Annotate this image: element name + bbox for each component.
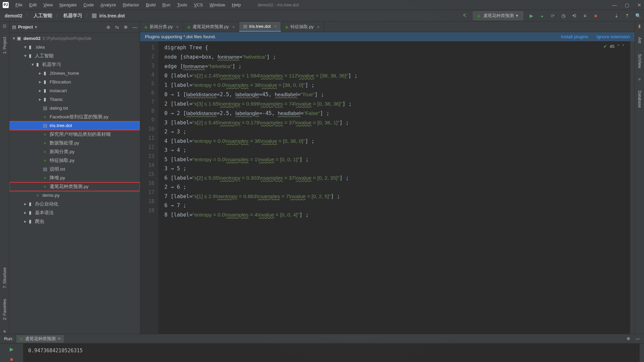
breadcrumb-item[interactable]: demo02 bbox=[3, 13, 24, 18]
menu-refactor[interactable]: Refactor bbox=[119, 2, 143, 7]
menu-edit[interactable]: Edit bbox=[26, 2, 40, 7]
run-scrollbar[interactable] bbox=[639, 344, 644, 362]
breadcrumb-item[interactable]: iris.tree.dot bbox=[98, 13, 126, 18]
tool-tab-ant[interactable]: Ant bbox=[637, 35, 642, 45]
tree-node[interactable]: ▾▮人工智能 bbox=[9, 52, 140, 60]
gear-icon[interactable]: ✻ bbox=[627, 336, 630, 341]
tree-node[interactable]: 鸢尾花种类预测.py bbox=[9, 182, 140, 191]
tree-node[interactable]: ▤iris.tree.dot bbox=[9, 121, 140, 130]
run-label: Run: bbox=[4, 336, 13, 341]
project-tab-icon[interactable]: ▤ bbox=[3, 23, 6, 28]
tree-node[interactable]: ▸▮instacart bbox=[9, 86, 140, 95]
app-logo-icon: PJ bbox=[3, 2, 9, 8]
tree-node[interactable]: ▸▮基本语法 bbox=[9, 208, 140, 217]
tool-tab-project[interactable]: 1: Project bbox=[2, 35, 7, 56]
line-gutter[interactable]: 12345678910111213141516171819 bbox=[140, 41, 158, 334]
code-editor[interactable]: digraph Tree { node [shape=box, fontname… bbox=[158, 41, 630, 334]
build-hammer-icon[interactable]: ↸ bbox=[462, 13, 468, 18]
tree-root[interactable]: ▾ ▣ demo02 E:\Python\pythonProject\de bbox=[9, 34, 140, 43]
tree-node[interactable]: ▤dating.txt bbox=[9, 104, 140, 113]
tree-node[interactable]: 新闻分类.py bbox=[9, 147, 140, 156]
vcs-commit-icon[interactable]: ⇡ bbox=[625, 13, 630, 18]
tool-tab-structure[interactable]: 7: Structure bbox=[2, 265, 7, 290]
stop-button-icon[interactable]: ■ bbox=[593, 13, 598, 18]
tree-node[interactable]: ▸▮Titanic bbox=[9, 95, 140, 104]
install-plugins-link[interactable]: Install plugins bbox=[561, 34, 588, 39]
maximize-icon[interactable]: ▢ bbox=[625, 2, 629, 8]
coverage-icon[interactable]: ⟳ bbox=[550, 13, 555, 18]
project-panel: ▤ Project ▾ ⊕ ⇆ ✻ — ▾ ▣ demo02 E:\Python… bbox=[9, 21, 140, 334]
menu-help[interactable]: Help bbox=[228, 2, 244, 7]
run-tab[interactable]: ◆ 鸢尾花种类预测 × bbox=[16, 335, 64, 343]
folder-icon: ▤ bbox=[12, 24, 16, 29]
star-icon[interactable]: ★ bbox=[3, 329, 7, 334]
chevron-down-icon[interactable]: ˅ bbox=[622, 44, 625, 49]
editor-tab[interactable]: ◆特征抽取.py× bbox=[281, 22, 324, 32]
ant-icon[interactable]: ▮ bbox=[638, 23, 641, 28]
editor-tab[interactable]: ◆鸢尾花种类预测.py× bbox=[183, 22, 239, 32]
tree-node[interactable]: ▸▮FBlocation bbox=[9, 78, 140, 86]
ignore-extension-link[interactable]: Ignore extension bbox=[596, 34, 630, 39]
run-config-selector[interactable]: ◆ 鸢尾花种类预测 ▾ bbox=[473, 11, 523, 20]
tool-tab-favorites[interactable]: 2: Favorites bbox=[2, 297, 7, 322]
close-icon[interactable]: × bbox=[274, 24, 277, 29]
breadcrumb-item[interactable]: 机器学习 bbox=[62, 13, 84, 19]
close-icon[interactable]: × bbox=[176, 24, 179, 29]
editor-tab[interactable]: ◆新闻分类.py× bbox=[140, 22, 183, 32]
minimize-icon[interactable]: — bbox=[612, 2, 617, 8]
run-output[interactable]: 0.9473684210526315 Process finished with… bbox=[23, 344, 639, 362]
project-tree[interactable]: ▾ ▣ demo02 E:\Python\pythonProject\de ▾▮… bbox=[9, 33, 140, 334]
menu-vcs[interactable]: VCS bbox=[191, 2, 206, 7]
tree-node[interactable]: 降维.py bbox=[9, 174, 140, 182]
menu-analyze[interactable]: Analyze bbox=[97, 2, 119, 7]
tree-node[interactable]: ▤说明.txt bbox=[9, 165, 140, 174]
tool-tab-sciview[interactable]: SciView bbox=[637, 52, 642, 70]
tree-node[interactable]: ▾▮机器学习 bbox=[9, 60, 140, 69]
run-icon[interactable]: ▶ bbox=[529, 13, 534, 18]
tree-node[interactable]: demo.py bbox=[9, 191, 140, 200]
tree-node[interactable]: ▸▮20news_home bbox=[9, 69, 140, 78]
tree-node[interactable]: 探究用户对物品类别的喜好细 bbox=[9, 130, 140, 139]
menu-run[interactable]: Run bbox=[159, 2, 174, 7]
close-icon[interactable]: × bbox=[232, 24, 235, 29]
menu-build[interactable]: Build bbox=[143, 2, 159, 7]
rerun-icon[interactable]: ▶ bbox=[3, 346, 20, 352]
chevron-up-icon[interactable]: ˄ bbox=[617, 44, 620, 49]
close-icon[interactable]: × bbox=[317, 24, 320, 29]
tree-node[interactable]: ▸▮爬虫 bbox=[9, 217, 140, 226]
attach-icon[interactable]: ⟲ bbox=[572, 13, 577, 18]
tree-node[interactable]: 特征抽取.py bbox=[9, 156, 140, 165]
close-icon[interactable]: ✕ bbox=[637, 2, 641, 8]
collapse-icon[interactable]: — bbox=[132, 24, 137, 30]
vcs-update-icon[interactable]: ⇣ bbox=[614, 13, 619, 18]
menu-code[interactable]: Code bbox=[80, 2, 97, 7]
gear-icon[interactable]: ✻ bbox=[124, 24, 128, 30]
error-stripe[interactable] bbox=[630, 41, 635, 334]
profile-icon[interactable]: ◷ bbox=[561, 13, 566, 18]
menu-window[interactable]: Window bbox=[206, 2, 228, 7]
close-icon[interactable]: × bbox=[58, 336, 60, 341]
stop-icon[interactable]: ≡ bbox=[582, 13, 588, 18]
search-icon[interactable]: 🔍 bbox=[635, 13, 641, 18]
stop-icon[interactable]: ■ bbox=[3, 356, 20, 362]
run-config-label: 鸢尾花种类预测 bbox=[483, 13, 514, 19]
menu-file[interactable]: File bbox=[12, 2, 26, 7]
menu-view[interactable]: View bbox=[40, 2, 56, 7]
locate-icon[interactable]: ⊕ bbox=[106, 24, 110, 30]
menu-tools[interactable]: Tools bbox=[174, 2, 191, 7]
tree-node[interactable]: ▾▮.idea bbox=[9, 43, 140, 52]
editor-tab[interactable]: ▤iris.tree.dot× bbox=[239, 22, 281, 32]
tree-node[interactable]: 数据预处理.py bbox=[9, 139, 140, 147]
minimize-panel-icon[interactable]: — bbox=[636, 336, 640, 341]
tree-node[interactable]: ▸▮办公自动化 bbox=[9, 200, 140, 208]
chevron-down-icon[interactable]: ▾ bbox=[35, 24, 37, 29]
debug-icon[interactable]: ⬥ bbox=[539, 13, 545, 18]
breadcrumb-item[interactable]: 人工智能 bbox=[32, 13, 54, 19]
run-toolbar: ▶ ■ ↑ ↓ ⤷ » bbox=[0, 344, 23, 362]
expand-all-icon[interactable]: ⇆ bbox=[115, 24, 119, 30]
tree-node[interactable]: Facebook签到位置的预测.py bbox=[9, 113, 140, 121]
menu-navigate[interactable]: Navigate bbox=[56, 2, 80, 7]
inspection-widget[interactable]: ✔ 45 ˄ ˅ bbox=[601, 43, 627, 50]
tool-tab-database[interactable]: Database bbox=[637, 88, 642, 110]
database-icon[interactable]: ≡ bbox=[638, 77, 641, 82]
